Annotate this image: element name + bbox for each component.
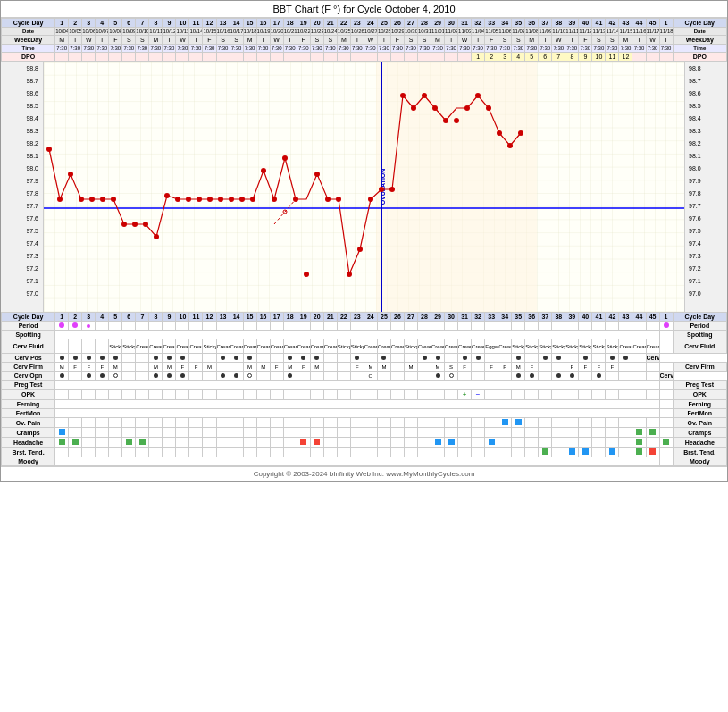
svg-point-65 — [486, 105, 491, 111]
cerv-opn-label-right: Cerv Opn — [659, 372, 673, 381]
spotting-row: Spotting Spotting — [2, 331, 727, 339]
headache-indicator — [126, 439, 132, 445]
svg-text:98.0: 98.0 — [26, 165, 38, 172]
cerv-pos-dot — [381, 356, 386, 360]
cerv-opn-label: Cerv Opn — [2, 372, 55, 381]
cerv-fluid-label-right: Cerv Fluid — [673, 339, 726, 354]
svg-text:97.3: 97.3 — [26, 253, 38, 259]
cerv-opn-dot — [87, 373, 91, 378]
cerv-pos-dot — [556, 356, 561, 360]
headache-row: Headache — [2, 438, 727, 448]
bbt-chart-svg: OVULATION — [44, 62, 684, 312]
cerv-pos-dot — [476, 356, 481, 360]
brst-tend-indicator — [649, 448, 656, 455]
svg-point-56 — [389, 187, 395, 192]
ferning-row: Ferning Ferning — [2, 400, 727, 409]
svg-text:97.9: 97.9 — [689, 178, 701, 184]
svg-text:98.7: 98.7 — [26, 78, 38, 84]
cerv-opn-row: Cerv Opn O — [2, 372, 727, 381]
headache-indicator — [314, 439, 320, 445]
cerv-pos-dot — [100, 356, 105, 360]
cramps-label: Cramps — [2, 428, 55, 438]
cerv-fluid-row: Cerv Fluid Sticky StickyCreamyCreamyCrea… — [2, 339, 727, 354]
svg-rect-20 — [376, 62, 537, 312]
svg-point-44 — [261, 168, 266, 173]
cerv-pos-dot — [247, 356, 252, 360]
svg-text:97.7: 97.7 — [26, 203, 38, 209]
svg-text:97.8: 97.8 — [689, 190, 701, 197]
svg-text:98.7: 98.7 — [689, 78, 701, 84]
svg-text:97.2: 97.2 — [26, 265, 38, 272]
cerv-pos-label-right: Cerv Pos — [646, 354, 659, 363]
headache-label-right: Headache — [673, 438, 726, 448]
cerv-opn-dot-open — [113, 373, 118, 378]
cerv-firm-row: Cerv Firm MFFFM MMF FM M MFMFM FMM MMS F… — [2, 363, 727, 372]
svg-point-58 — [411, 105, 416, 111]
moody-row: Moody Moody — [2, 457, 727, 466]
svg-point-39 — [207, 197, 213, 202]
svg-text:98.0: 98.0 — [689, 165, 701, 172]
spotting-label-right: Spotting — [673, 331, 726, 339]
cerv-opn-dot — [530, 373, 534, 378]
cerv-opn-dot — [516, 373, 521, 378]
ferning-label-right: Ferning — [673, 400, 726, 409]
svg-text:98.1: 98.1 — [26, 153, 38, 159]
cerv-opn-dot-open — [247, 373, 252, 378]
brst-tend-label-right: Brst. Tend. — [673, 448, 726, 457]
time-label-right: Time — [673, 45, 726, 53]
cerv-opn-dot — [100, 373, 105, 378]
svg-point-61 — [443, 118, 448, 123]
svg-rect-19 — [44, 62, 684, 312]
cerv-opn-dot — [436, 373, 440, 378]
svg-text:98.4: 98.4 — [26, 115, 38, 121]
cerv-pos-dot — [436, 356, 440, 360]
svg-text:98.2: 98.2 — [26, 140, 38, 147]
cerv-opn-dot — [570, 373, 574, 378]
svg-point-33 — [143, 222, 148, 227]
dpo-label-right: DPO — [673, 53, 726, 62]
svg-text:97.8: 97.8 — [26, 190, 38, 197]
cycle-day-label-bottom-right: Cycle Day — [673, 313, 726, 322]
period-indicator — [59, 322, 64, 328]
svg-point-29 — [100, 197, 105, 202]
date-label: Date — [2, 28, 55, 36]
opk-label: OPK — [2, 390, 55, 400]
chart-main-area: OVULATION — [44, 62, 684, 312]
svg-point-36 — [175, 197, 180, 202]
cerv-opn-dot — [288, 373, 292, 378]
svg-text:97.1: 97.1 — [26, 278, 38, 284]
period-indicator — [664, 322, 669, 328]
period-label-right: Period — [673, 322, 726, 331]
svg-text:98.6: 98.6 — [689, 90, 701, 96]
fertmon-row: FertMon FertMon — [2, 409, 727, 418]
cerv-opn-dot — [234, 373, 238, 378]
svg-point-28 — [89, 197, 95, 202]
preg-test-label-right: Preg Test — [673, 381, 726, 390]
svg-text:97.1: 97.1 — [689, 278, 701, 284]
svg-point-32 — [132, 222, 138, 227]
y-axis-right: 98.8 98.7 98.6 98.5 98.4 98.3 98.2 98.1 … — [684, 62, 727, 312]
svg-point-31 — [121, 222, 127, 227]
brst-tend-indicator — [542, 448, 548, 455]
cerv-pos-dot — [301, 356, 305, 360]
svg-text:98.8: 98.8 — [689, 65, 701, 71]
cerv-pos-dot — [73, 356, 78, 360]
period-row: Period Period — [2, 322, 727, 331]
header-table: Cycle Day 12345 678910 1112131415 161718… — [1, 18, 727, 62]
spotting-label: Spotting — [2, 331, 55, 339]
headache-indicator — [636, 439, 642, 445]
headache-indicator — [59, 439, 65, 445]
svg-text:98.3: 98.3 — [26, 128, 38, 134]
cerv-pos-dot — [543, 356, 548, 360]
svg-text:98.3: 98.3 — [689, 128, 701, 134]
date-label-right: Date — [673, 28, 726, 36]
cerv-opn-dot — [556, 373, 561, 378]
brst-tend-indicator — [636, 448, 642, 455]
svg-text:97.6: 97.6 — [689, 215, 701, 222]
svg-text:97.0: 97.0 — [689, 290, 701, 297]
cerv-pos-dot — [221, 356, 225, 360]
headache-label: Headache — [2, 438, 55, 448]
dpo-row: DPO 1234 56789 101112 DPO — [2, 53, 727, 62]
weekday-row: WeekDay MTWTF SSMTW TFSSM TWTFS SMTWT FS… — [2, 36, 727, 45]
cerv-pos-dot — [180, 356, 185, 360]
